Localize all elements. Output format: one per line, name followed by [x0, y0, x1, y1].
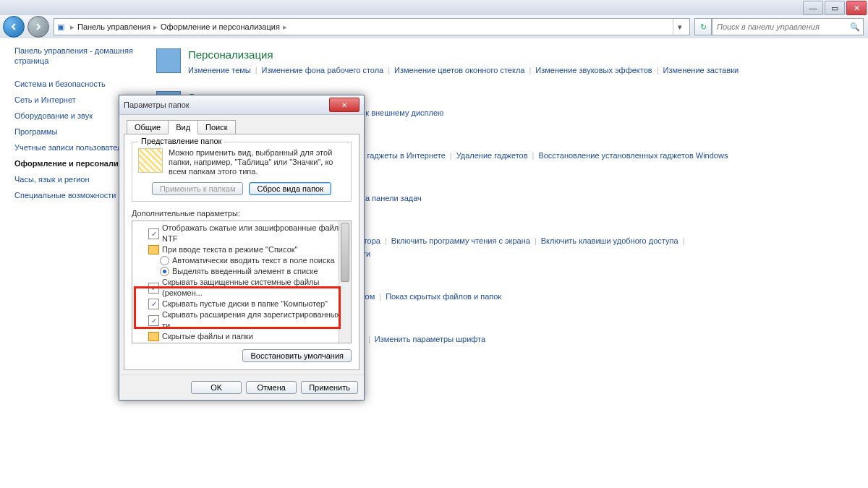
apply-button[interactable]: Применить	[301, 381, 358, 394]
address-dropdown[interactable]: ▾	[673, 19, 686, 35]
chevron-right-icon: ▸	[70, 22, 75, 32]
category-link[interactable]: Удаление гаджетов	[456, 151, 528, 160]
tree-scrollbar[interactable]	[339, 221, 351, 343]
ok-button[interactable]: OK	[191, 381, 242, 394]
tree-item[interactable]: Скрытые файлы и папки	[132, 331, 351, 342]
category-link[interactable]: Изменение заставки	[663, 66, 739, 74]
category-link[interactable]: Показ скрытых файлов и папок	[386, 292, 501, 301]
category-link[interactable]: Включить клавиши удобного доступа	[541, 236, 678, 245]
control-panel-home-link[interactable]: Панель управления - домашняя страница	[14, 46, 137, 66]
apply-to-folders-button[interactable]: Применить к папкам	[152, 182, 244, 195]
dialog-titlebar[interactable]: Параметры папок ✕	[119, 95, 364, 115]
tree-item-label: Автоматически вводить текст в поле поиск…	[172, 255, 335, 266]
scrollbar-thumb[interactable]	[341, 223, 349, 282]
tree-item-label: Скрытые файлы и папки	[162, 331, 253, 342]
dialog-tab[interactable]: Поиск	[197, 120, 235, 134]
group-label: Представление папок	[138, 137, 224, 145]
folder-icon	[148, 245, 159, 254]
tree-item-label: Отображать сжатые или зашифрованные файл…	[162, 223, 351, 244]
breadcrumb-current[interactable]: Оформление и персонализация	[161, 22, 280, 31]
checkbox-icon[interactable]: ✓	[148, 315, 159, 326]
folder-view-icon	[138, 148, 163, 173]
search-icon: 🔍	[850, 22, 860, 32]
tree-item-label: Не показывать скрытые файлы, папки и дис…	[172, 342, 344, 343]
category-title[interactable]: Персонализация	[188, 48, 854, 61]
dialog-close-button[interactable]: ✕	[329, 98, 359, 112]
checkbox-icon[interactable]: ✓	[148, 283, 159, 294]
category-link[interactable]: Восстановление установленных гаджетов Wi…	[538, 151, 728, 160]
close-button[interactable]: ✕	[846, 1, 867, 15]
tree-item[interactable]: Автоматически вводить текст в поле поиск…	[132, 255, 351, 266]
folder-view-group: Представление папок Можно применить вид,…	[132, 142, 352, 202]
maximize-button[interactable]: ▭	[825, 1, 845, 15]
dialog-button-row: OK Отмена Применить	[119, 374, 364, 400]
restore-defaults-button[interactable]: Восстановить умолчания	[242, 349, 352, 362]
tree-item-label: Скрывать пустые диски в папке "Компьютер…	[162, 299, 328, 309]
forward-button[interactable]	[27, 16, 49, 38]
tree-item[interactable]: ✓Отображать сжатые или зашифрованные фай…	[132, 223, 351, 244]
minimize-button[interactable]: —	[803, 1, 823, 15]
tree-item-label: Скрывать защищенные системные файлы (рек…	[162, 277, 351, 299]
window-titlebar: — ▭ ✕	[0, 0, 868, 15]
category-link[interactable]: Изменить параметры шрифта	[375, 335, 485, 343]
category-link[interactable]: Изменение фона рабочего стола	[262, 66, 384, 74]
control-panel-icon: ▣	[57, 22, 64, 32]
tree-item[interactable]: Не показывать скрытые файлы, папки и дис…	[132, 342, 351, 343]
chevron-right-icon: ▸	[153, 22, 158, 32]
search-input[interactable]	[715, 22, 850, 32]
folder-icon	[148, 332, 159, 341]
refresh-button[interactable]: ↻	[694, 18, 712, 35]
category-link[interactable]: Изменение темы	[188, 66, 251, 74]
tab-panel-view: Представление папок Можно применить вид,…	[124, 134, 359, 370]
chevron-right-icon: ▸	[283, 22, 287, 32]
tree-item[interactable]: При вводе текста в режиме "Список"	[132, 244, 351, 255]
dialog-tab[interactable]: Общие	[127, 120, 169, 134]
address-bar[interactable]: ▣ ▸ Панель управления ▸ Оформление и пер…	[54, 18, 690, 35]
dialog-tabs: ОбщиеВидПоиск	[119, 115, 364, 134]
dialog-tab[interactable]: Вид	[168, 120, 198, 134]
tree-item[interactable]: Выделять введенный элемент в списке	[132, 266, 351, 277]
tree-item[interactable]: ✓Скрывать защищенные системные файлы (ре…	[132, 277, 351, 299]
category-link[interactable]: Включить программу чтения с экрана	[391, 236, 530, 245]
tree-item-label: Выделять введенный элемент в списке	[172, 266, 318, 277]
reset-folders-button[interactable]: Сброс вида папок	[249, 182, 331, 195]
checkbox-icon[interactable]: ✓	[148, 299, 159, 309]
cancel-button[interactable]: Отмена	[246, 381, 297, 394]
category-link[interactable]: Изменение звуковых эффектов	[535, 66, 652, 74]
dialog-title: Параметры папок	[124, 100, 190, 109]
category-icon	[156, 48, 181, 73]
sidebar-item[interactable]: Система и безопасность	[14, 76, 137, 92]
advanced-settings-label: Дополнительные параметры:	[132, 209, 352, 218]
tree-item[interactable]: ✓Скрывать пустые диски в папке "Компьюте…	[132, 299, 351, 309]
advanced-settings-tree[interactable]: ✓Отображать сжатые или зашифрованные фай…	[132, 221, 352, 343]
group-description: Можно применить вид, выбранный для этой …	[169, 148, 345, 176]
back-button[interactable]	[3, 16, 25, 38]
tree-item-label: Скрывать расширения для зарегистрированн…	[162, 309, 351, 331]
radio-icon[interactable]	[160, 267, 169, 276]
radio-icon[interactable]	[160, 256, 169, 265]
search-box[interactable]: 🔍	[712, 18, 864, 35]
category-link[interactable]: Изменение цветов оконного стекла	[394, 66, 524, 74]
radio-icon[interactable]	[160, 343, 169, 343]
folder-options-dialog: Параметры папок ✕ ОбщиеВидПоиск Представ…	[119, 95, 365, 401]
tree-item[interactable]: ✓Скрывать расширения для зарегистрирован…	[132, 309, 351, 331]
checkbox-icon[interactable]: ✓	[148, 228, 159, 239]
tree-item-label: При вводе текста в режиме "Список"	[162, 244, 297, 255]
breadcrumb-root[interactable]: Панель управления	[77, 22, 150, 31]
nav-toolbar: ▣ ▸ Панель управления ▸ Оформление и пер…	[0, 15, 868, 39]
